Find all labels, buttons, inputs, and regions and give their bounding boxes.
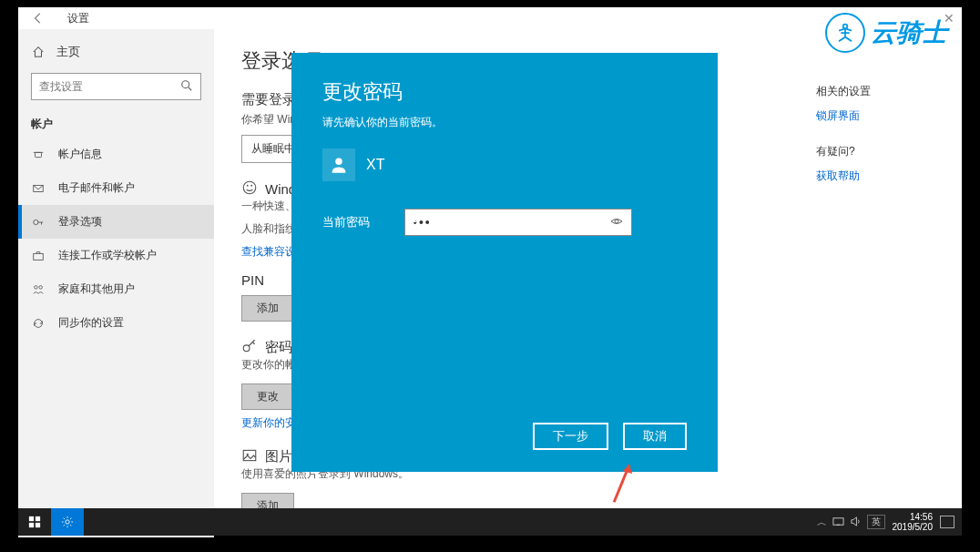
svg-rect-15 xyxy=(29,516,34,521)
gear-icon xyxy=(61,516,74,528)
svg-point-14 xyxy=(615,220,618,223)
modal-subtitle: 请先确认你的当前密码。 xyxy=(322,115,687,130)
taskbar-settings-button[interactable] xyxy=(51,508,84,536)
user-icon xyxy=(31,148,46,162)
nav-item-account-info[interactable]: 帐户信息 xyxy=(18,138,214,171)
current-password-input-wrap[interactable] xyxy=(404,209,632,236)
svg-point-7 xyxy=(243,181,256,194)
get-help-link[interactable]: 获取帮助 xyxy=(816,169,944,184)
svg-rect-1 xyxy=(36,152,42,157)
nav-item-signin-options[interactable]: 登录选项 xyxy=(18,205,214,239)
cursor-icon xyxy=(408,215,419,232)
search-icon xyxy=(180,79,193,95)
nav-item-family[interactable]: 家庭和其他用户 xyxy=(18,272,214,306)
start-button[interactable] xyxy=(18,508,51,536)
nav-item-label: 连接工作或学校帐户 xyxy=(58,248,157,263)
right-side-panel: 相关的设置 锁屏界面 有疑问? 获取帮助 xyxy=(798,29,962,537)
tray-overflow-icon[interactable]: ︿ xyxy=(817,516,827,529)
svg-point-9 xyxy=(250,185,252,187)
nav-item-label: 电子邮件和帐户 xyxy=(58,180,135,196)
modal-username: XT xyxy=(366,157,384,173)
titlebar: 设置 ✕ xyxy=(18,7,962,29)
svg-rect-18 xyxy=(36,523,40,527)
nav-section-label: 帐户 xyxy=(18,107,214,138)
cancel-button[interactable]: 取消 xyxy=(623,423,687,450)
taskbar-clock[interactable]: 14:56 2019/5/20 xyxy=(893,512,934,532)
next-button[interactable]: 下一步 xyxy=(533,423,608,450)
family-icon xyxy=(31,282,46,297)
nav-item-email[interactable]: 电子邮件和帐户 xyxy=(18,171,214,205)
svg-point-5 xyxy=(35,285,38,289)
help-heading: 有疑问? xyxy=(816,144,944,159)
volume-icon[interactable] xyxy=(850,516,862,529)
related-settings-heading: 相关的设置 xyxy=(816,84,944,99)
sync-icon xyxy=(31,316,46,331)
svg-rect-20 xyxy=(832,517,842,524)
smile-icon xyxy=(241,179,258,199)
avatar xyxy=(322,148,355,181)
svg-point-19 xyxy=(66,520,69,524)
taskbar-time: 14:56 xyxy=(893,512,934,522)
password-change-button[interactable]: 更改 xyxy=(241,383,294,410)
taskbar: ︿ 英 14:56 2019/5/20 xyxy=(18,508,962,536)
mail-icon xyxy=(31,181,46,196)
svg-point-13 xyxy=(335,158,342,166)
svg-rect-17 xyxy=(29,523,34,527)
key-icon xyxy=(31,215,46,230)
nav-item-label: 帐户信息 xyxy=(58,147,102,162)
nav-home[interactable]: 主页 xyxy=(18,38,214,66)
reveal-password-icon[interactable] xyxy=(609,214,624,231)
current-password-label: 当前密码 xyxy=(322,214,386,230)
picture-icon xyxy=(241,447,258,466)
svg-point-8 xyxy=(247,185,249,187)
system-tray[interactable]: ︿ 英 xyxy=(817,515,885,529)
ime-indicator[interactable]: 英 xyxy=(867,515,885,529)
current-password-input[interactable] xyxy=(413,215,609,230)
search-settings-box[interactable] xyxy=(31,73,201,100)
home-icon xyxy=(31,45,46,59)
back-button[interactable] xyxy=(27,7,49,29)
svg-rect-4 xyxy=(34,253,44,260)
modal-user-row: XT xyxy=(322,148,687,181)
user-avatar-icon xyxy=(330,156,348,174)
nav-item-label: 家庭和其他用户 xyxy=(58,281,135,297)
nav-item-work-school[interactable]: 连接工作或学校帐户 xyxy=(18,239,214,272)
key-icon xyxy=(241,338,258,357)
arrow-left-icon xyxy=(32,12,45,25)
search-settings-input[interactable] xyxy=(39,80,180,93)
window-title: 设置 xyxy=(67,11,89,26)
pin-add-button[interactable]: 添加 xyxy=(241,295,294,322)
nav-item-sync[interactable]: 同步你的设置 xyxy=(18,306,214,340)
taskbar-date: 2019/5/20 xyxy=(893,522,934,532)
change-password-modal: 更改密码 请先确认你的当前密码。 XT 当前密码 下一步 取消 xyxy=(291,53,718,472)
nav-item-label: 同步你的设置 xyxy=(58,315,124,331)
modal-button-row: 下一步 取消 xyxy=(533,423,687,450)
svg-point-6 xyxy=(39,285,43,289)
svg-point-0 xyxy=(182,80,189,87)
nav-home-label: 主页 xyxy=(56,44,80,60)
network-icon[interactable] xyxy=(832,516,844,529)
password-heading-text: 密码 xyxy=(265,339,292,356)
action-center-icon[interactable] xyxy=(940,516,954,528)
windows-icon xyxy=(28,516,41,528)
briefcase-icon xyxy=(31,249,46,263)
current-password-row: 当前密码 xyxy=(322,209,687,236)
modal-title: 更改密码 xyxy=(322,78,687,106)
svg-point-3 xyxy=(34,220,38,224)
nav-item-label: 登录选项 xyxy=(58,214,102,230)
lock-screen-link[interactable]: 锁屏界面 xyxy=(816,108,944,124)
close-button[interactable]: ✕ xyxy=(944,11,954,26)
svg-rect-16 xyxy=(36,516,40,521)
left-navigation: 主页 帐户 帐户信息 电子邮件和帐户 登录选项 xyxy=(18,29,214,537)
